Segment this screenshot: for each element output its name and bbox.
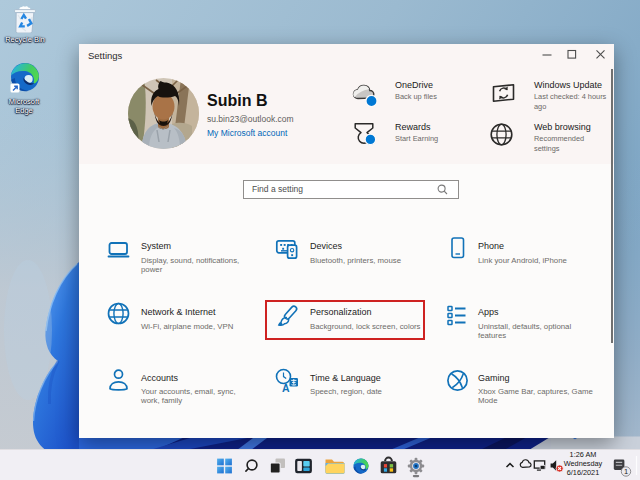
- svg-text:A: A: [282, 382, 290, 394]
- svg-text:1: 1: [624, 467, 628, 476]
